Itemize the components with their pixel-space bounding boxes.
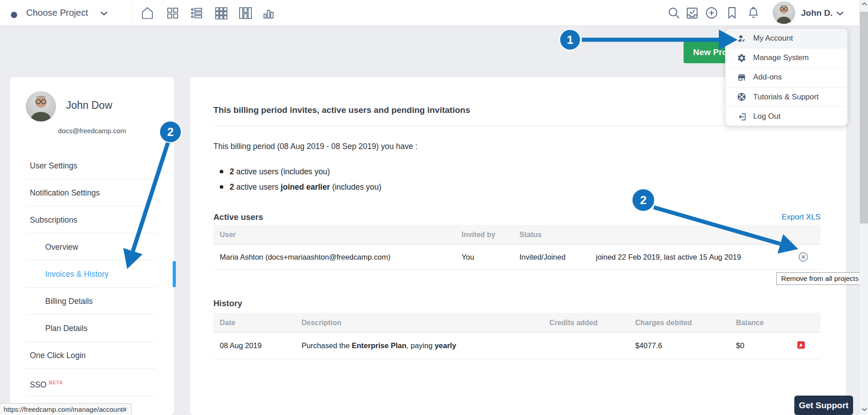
- history-title: History: [213, 298, 242, 308]
- active-indicator: [173, 261, 176, 287]
- sidebar-item-user-settings[interactable]: User Settings: [10, 152, 174, 179]
- bookmark-icon[interactable]: [726, 6, 738, 20]
- cell-status: Invited/Joined: [519, 253, 596, 261]
- annotation-number-1: 1: [567, 33, 573, 47]
- active-users-header: User Invited by Status: [213, 225, 821, 245]
- col-user: User: [213, 231, 462, 239]
- avatar[interactable]: [773, 1, 795, 24]
- cell-date: 08 Aug 2019: [213, 341, 302, 350]
- billing-period-line: This billing period (08 Aug 2019 - 08 Se…: [213, 142, 417, 151]
- menu-item-add-ons[interactable]: Add-ons: [726, 68, 847, 87]
- col-charges-debited: Charges debited: [598, 319, 736, 327]
- billing-content: This billing period invites, active user…: [190, 77, 846, 415]
- sidebar-item-subscriptions[interactable]: Subscriptions: [10, 206, 174, 233]
- logout-icon: [737, 112, 746, 121]
- beta-badge: BETA: [49, 380, 63, 385]
- col-date: Date: [213, 319, 302, 327]
- store-icon: [737, 73, 746, 82]
- col-status: Status: [519, 231, 596, 239]
- sidebar-item-one-click-login[interactable]: One Click Login: [10, 342, 174, 369]
- project-status-dot: [11, 12, 17, 18]
- cell-balance: $0: [736, 341, 797, 350]
- remove-user-icon[interactable]: [798, 252, 809, 262]
- profile-avatar: [26, 91, 56, 121]
- sidebar-item-plan-details[interactable]: Plan Details: [10, 315, 174, 342]
- cell-charges: $4077.6: [598, 341, 736, 350]
- history-row: 08 Aug 2019 Purchased the Enterprise Pla…: [213, 333, 821, 359]
- notifications-icon[interactable]: [747, 6, 760, 20]
- menu-item-log-out[interactable]: Log Out: [726, 107, 847, 126]
- bullet-active-users: 2 active users (includes you): [220, 164, 382, 179]
- user-edit-icon: [737, 34, 746, 43]
- home-icon[interactable]: [140, 6, 155, 20]
- sidebar-item-label: SSO: [30, 380, 47, 389]
- sidebar-item-overview[interactable]: Overview: [10, 233, 174, 261]
- sidebar-menu: User Settings Notification Settings Subs…: [10, 152, 174, 396]
- profile-avatar-image: [26, 91, 56, 121]
- sidebar-item-label: Invoices & History: [45, 270, 108, 279]
- sidebar-item-invoices-history[interactable]: Invoices & History: [10, 261, 174, 288]
- get-support-button[interactable]: Get Support: [794, 396, 853, 415]
- grid-2x2-icon[interactable]: [165, 6, 180, 20]
- history-header: Date Description Credits added Charges d…: [213, 313, 821, 333]
- col-invited-by: Invited by: [462, 231, 519, 239]
- list-icon[interactable]: [189, 6, 204, 20]
- scroll-down-icon[interactable]: [862, 408, 867, 411]
- menu-item-label: Manage System: [753, 53, 809, 62]
- profile-email: docs@freedcamp.com: [10, 127, 174, 135]
- add-icon[interactable]: [705, 6, 719, 20]
- col-balance: Balance: [736, 319, 797, 327]
- annotation-circle-1: [560, 29, 580, 50]
- topbar-divider: [132, 0, 132, 26]
- cell-invited-by: You: [462, 253, 519, 261]
- chevron-down-icon[interactable]: [836, 11, 844, 16]
- cell-activity: joined 22 Feb 2019, last active 15 Aug 2…: [596, 253, 786, 261]
- active-user-row: Maria Ashton (docs+mariaashton@freedcamp…: [213, 245, 821, 270]
- col-description: Description: [302, 319, 500, 327]
- active-users-title: Active users: [213, 212, 263, 222]
- top-bar: Choose Project John D.: [0, 0, 868, 26]
- scrollbar-track[interactable]: [859, 0, 868, 415]
- search-icon[interactable]: [667, 6, 681, 20]
- choose-project-dropdown[interactable]: Choose Project: [26, 0, 88, 26]
- cell-user: Maria Ashton (docs+mariaashton@freedcamp…: [213, 253, 462, 261]
- sidebar-item-notification-settings[interactable]: Notification Settings: [10, 179, 174, 206]
- menu-item-label: Tutorials & Support: [753, 93, 819, 102]
- lifebuoy-icon: [737, 92, 746, 102]
- menu-item-label: Log Out: [753, 112, 781, 121]
- sidebar-item-sso[interactable]: SSOBETA: [10, 369, 174, 396]
- user-menu: My Account Manage System Add-ons Tutoria…: [725, 28, 848, 126]
- gear-icon: [737, 53, 746, 63]
- scroll-up-icon[interactable]: [862, 2, 867, 6]
- menu-item-label: My Account: [753, 34, 793, 43]
- cell-description: Purchased the Enterprise Plan, paying ye…: [302, 341, 500, 350]
- user-dropdown[interactable]: John D.: [801, 0, 833, 26]
- pdf-icon[interactable]: [797, 340, 806, 350]
- export-xls-link[interactable]: Export XLS: [782, 213, 821, 222]
- menu-item-tutorials-support[interactable]: Tutorials & Support: [726, 88, 847, 107]
- scrollbar-thumb[interactable]: [860, 12, 868, 224]
- menu-item-label: Add-ons: [753, 73, 782, 82]
- settings-sidebar: John Dow docs@freedcamp.com User Setting…: [10, 77, 174, 415]
- col-credits-added: Credits added: [500, 319, 598, 327]
- bar-chart-icon[interactable]: [261, 6, 276, 20]
- remove-tooltip: Remove from all projects: [776, 272, 863, 285]
- history-table: Date Description Credits added Charges d…: [213, 313, 821, 359]
- page-title: This billing period invites, active user…: [213, 105, 470, 115]
- menu-item-my-account[interactable]: My Account: [726, 29, 847, 48]
- kanban-icon[interactable]: [238, 6, 252, 20]
- tasks-inbox-icon[interactable]: [685, 6, 699, 20]
- active-users-table: User Invited by Status Maria Ashton (doc…: [213, 225, 821, 270]
- chevron-down-icon[interactable]: [100, 11, 108, 16]
- menu-item-manage-system[interactable]: Manage System: [726, 48, 847, 68]
- avatar-image: [773, 1, 795, 24]
- bullet-joined-earlier: 2 active users joined earlier (includes …: [220, 179, 382, 195]
- grid-3x3-icon[interactable]: [214, 6, 228, 20]
- sidebar-item-billing-details[interactable]: Billing Details: [10, 288, 174, 315]
- billing-bullets: 2 active users (includes you) 2 active u…: [220, 164, 382, 195]
- status-bar-url: https://freedcamp.com/manage/account#: [0, 403, 132, 415]
- profile-name: John Dow: [66, 99, 112, 112]
